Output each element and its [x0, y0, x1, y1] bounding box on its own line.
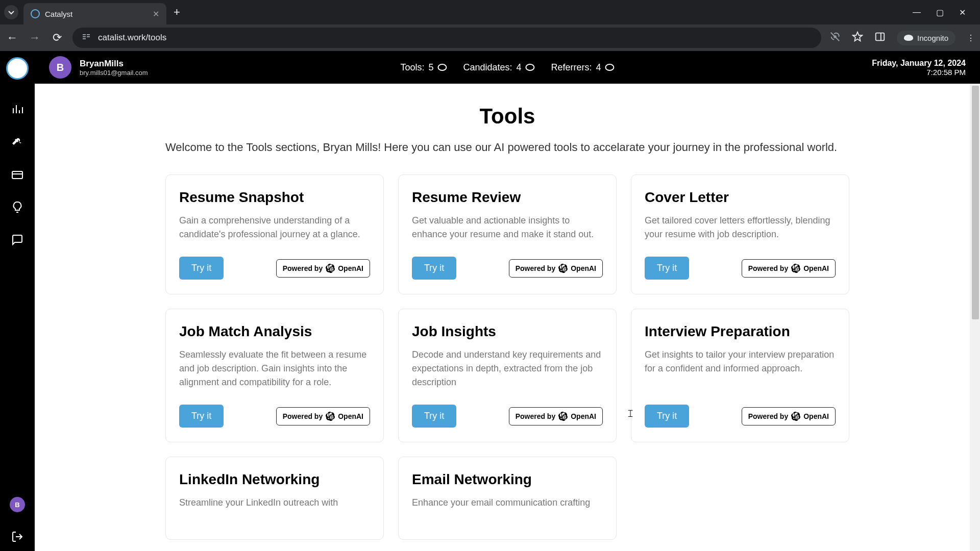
powered-by-badge: Powered byOpenAI — [509, 407, 603, 425]
svg-rect-3 — [87, 34, 90, 35]
back-button[interactable]: ← — [5, 31, 19, 44]
powered-by-badge: Powered byOpenAI — [509, 259, 603, 278]
openai-icon — [791, 412, 800, 421]
card-title: Resume Snapshot — [179, 189, 370, 206]
tab-bar: Catalyst ✕ + ― ▢ ✕ — [0, 0, 980, 24]
card-title: Job Match Analysis — [179, 323, 370, 340]
svg-rect-4 — [87, 36, 90, 37]
dashboard-icon[interactable] — [9, 101, 26, 117]
card-title: Cover Letter — [645, 189, 836, 206]
datetime: Friday, January 12, 2024 7:20:58 PM — [872, 59, 966, 77]
try-it-button[interactable]: Try it — [179, 405, 224, 428]
scrollbar[interactable] — [970, 84, 980, 551]
svg-rect-8 — [12, 171, 22, 179]
incognito-icon — [904, 35, 913, 41]
url-text: catalist.work/tools — [98, 33, 166, 43]
try-it-button[interactable]: Try it — [645, 257, 689, 280]
close-icon[interactable]: ✕ — [153, 9, 159, 19]
tool-card: LinkedIn NetworkingStreamline your Linke… — [165, 457, 384, 540]
content-area: Tools Welcome to the Tools sections, Bry… — [35, 84, 980, 551]
minimize-button[interactable]: ― — [913, 8, 921, 17]
stat-tools: Tools: 5 — [400, 62, 447, 73]
browser-tab[interactable]: Catalyst ✕ — [23, 3, 166, 24]
card-description: Enhance your email communication craftin… — [412, 496, 603, 510]
scrollbar-thumb[interactable] — [972, 86, 979, 319]
svg-rect-2 — [83, 38, 86, 39]
powered-by-badge: Powered byOpenAI — [742, 407, 836, 425]
new-tab-button[interactable]: + — [174, 6, 180, 19]
top-bar: B BryanMills bry.mills01@gmail.com Tools… — [35, 51, 980, 84]
powered-by-badge: Powered byOpenAI — [276, 407, 370, 425]
browser-menu-icon[interactable]: ⋮ — [967, 33, 975, 43]
current-time: 7:20:58 PM — [872, 68, 966, 77]
coin-icon — [526, 64, 535, 71]
tab-title: Catalyst — [45, 10, 148, 18]
tool-card: Cover LetterGet tailored cover letters e… — [631, 174, 849, 294]
try-it-button[interactable]: Try it — [412, 405, 456, 428]
try-it-button[interactable]: Try it — [645, 405, 689, 428]
coin-icon — [605, 64, 615, 71]
left-rail: B — [0, 51, 35, 551]
url-input[interactable]: catalist.work/tools — [72, 28, 821, 48]
user-email: bry.mills01@gmail.com — [80, 69, 148, 77]
card-title: LinkedIn Networking — [179, 471, 370, 488]
powered-brand: OpenAI — [338, 264, 363, 272]
openai-icon — [326, 264, 335, 273]
avatar: B — [49, 56, 71, 79]
page-title: Tools — [165, 104, 849, 129]
app-logo-icon[interactable] — [6, 57, 29, 80]
close-window-button[interactable]: ✕ — [959, 8, 966, 17]
card-description: Get insights to tailor your interview pr… — [645, 348, 836, 389]
text-cursor-icon: 𝙸 — [627, 408, 628, 420]
user-block[interactable]: B BryanMills bry.mills01@gmail.com — [49, 56, 148, 79]
card-title: Email Networking — [412, 471, 603, 488]
openai-icon — [326, 412, 335, 421]
openai-icon — [791, 264, 800, 273]
powered-prefix: Powered by — [283, 412, 323, 420]
card-title: Job Insights — [412, 323, 603, 340]
coin-icon — [437, 64, 447, 71]
powered-prefix: Powered by — [748, 412, 789, 420]
side-panel-icon[interactable] — [874, 31, 886, 44]
powered-by-badge: Powered byOpenAI — [742, 259, 836, 278]
tools-icon[interactable] — [9, 134, 26, 150]
username: BryanMills — [80, 59, 148, 69]
tool-card: Email NetworkingEnhance your email commu… — [398, 457, 617, 540]
powered-brand: OpenAI — [571, 412, 596, 420]
tracking-protection-icon[interactable] — [829, 31, 841, 44]
forward-button[interactable]: → — [28, 31, 42, 44]
site-info-icon[interactable] — [82, 32, 91, 43]
maximize-button[interactable]: ▢ — [936, 8, 944, 17]
lightbulb-icon[interactable] — [9, 199, 26, 215]
incognito-label: Incognito — [917, 34, 948, 42]
tool-card: Resume SnapshotGain a comprehensive unde… — [165, 174, 384, 294]
wallet-icon[interactable] — [9, 166, 26, 183]
try-it-button[interactable]: Try it — [179, 257, 224, 280]
card-description: Gain a comprehensive understanding of a … — [179, 214, 370, 241]
tab-search-dropdown[interactable] — [4, 5, 18, 19]
powered-brand: OpenAI — [803, 412, 829, 420]
svg-rect-0 — [83, 34, 86, 35]
card-description: Streamline your LinkedIn outreach with — [179, 496, 370, 510]
rail-avatar[interactable]: B — [10, 497, 25, 512]
tool-card: Interview PreparationGet insights to tai… — [631, 309, 849, 442]
reload-button[interactable]: ⟳ — [50, 31, 64, 44]
address-bar: ← → ⟳ catalist.work/tools Incognito ⋮ — [0, 24, 980, 51]
try-it-button[interactable]: Try it — [412, 257, 456, 280]
incognito-badge[interactable]: Incognito — [897, 31, 955, 45]
stat-referrers: Referrers: 4 — [551, 62, 615, 73]
openai-icon — [558, 264, 568, 273]
openai-icon — [558, 412, 568, 421]
bookmark-icon[interactable] — [852, 31, 863, 44]
powered-prefix: Powered by — [516, 412, 556, 420]
card-description: Seamlessly evaluate the fit between a re… — [179, 348, 370, 389]
powered-by-badge: Powered byOpenAI — [276, 259, 370, 278]
powered-prefix: Powered by — [283, 264, 323, 272]
tool-card: Job Match AnalysisSeamlessly evaluate th… — [165, 309, 384, 442]
current-date: Friday, January 12, 2024 — [872, 59, 966, 68]
chat-icon[interactable] — [9, 232, 26, 248]
logout-icon[interactable] — [9, 529, 26, 545]
card-description: Decode and understand key requirements a… — [412, 348, 603, 389]
chevron-down-icon — [8, 9, 14, 15]
card-description: Get valuable and actionable insights to … — [412, 214, 603, 241]
